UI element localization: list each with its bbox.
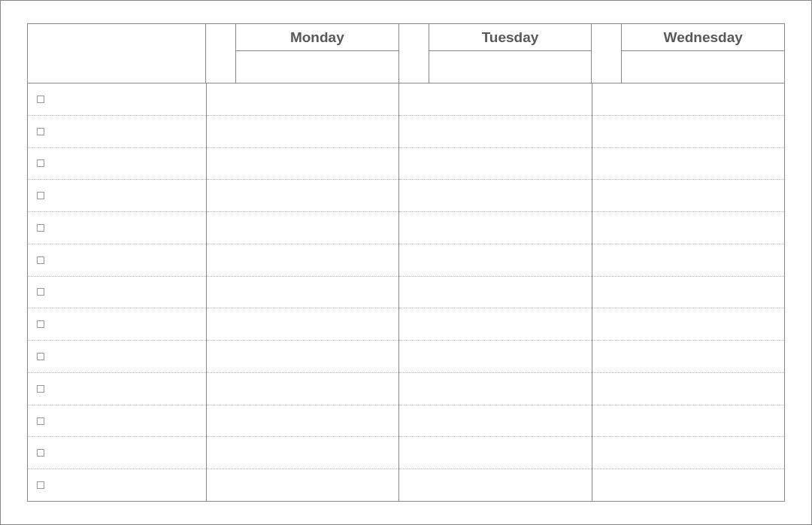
day-cell[interactable] <box>592 405 784 438</box>
header-day-monday: Monday <box>235 24 398 83</box>
tasks-column <box>28 83 206 501</box>
checkbox-icon[interactable] <box>37 159 44 167</box>
header-day-wednesday: Wednesday <box>621 24 785 83</box>
day-cell[interactable] <box>399 148 591 181</box>
task-row[interactable] <box>28 116 206 148</box>
planner-sheet: Monday Tuesday Wednesday <box>27 23 785 502</box>
task-row[interactable] <box>28 405 206 438</box>
day-cell[interactable] <box>399 83 591 116</box>
day-cell[interactable] <box>399 277 591 309</box>
wednesday-column <box>592 83 784 501</box>
day-cell[interactable] <box>207 83 398 116</box>
day-cell[interactable] <box>207 469 398 501</box>
day-cell[interactable] <box>592 341 784 373</box>
monday-column <box>206 83 398 501</box>
day-cell[interactable] <box>592 212 784 244</box>
day-cell[interactable] <box>207 212 398 244</box>
checkbox-icon[interactable] <box>37 320 44 328</box>
day-cell[interactable] <box>592 277 784 309</box>
tuesday-rows <box>399 83 591 501</box>
task-row[interactable] <box>28 244 206 277</box>
header-row: Monday Tuesday Wednesday <box>27 23 785 83</box>
task-row[interactable] <box>28 341 206 373</box>
checkbox-icon[interactable] <box>37 417 44 425</box>
header-blank-tasks <box>27 24 205 83</box>
day-cell[interactable] <box>399 244 591 277</box>
day-cell[interactable] <box>592 373 784 405</box>
task-row[interactable] <box>28 212 206 244</box>
day-cell[interactable] <box>399 405 591 438</box>
day-cell[interactable] <box>207 341 398 373</box>
day-cell[interactable] <box>399 212 591 244</box>
header-blank-spacer-2 <box>398 24 429 83</box>
monday-rows <box>207 83 398 501</box>
day-cell[interactable] <box>207 437 398 469</box>
task-row[interactable] <box>28 277 206 309</box>
day-label-wednesday: Wednesday <box>622 24 784 51</box>
checkbox-icon[interactable] <box>37 256 44 264</box>
day-cell[interactable] <box>207 244 398 277</box>
task-row[interactable] <box>28 469 206 501</box>
checkbox-icon[interactable] <box>37 449 44 457</box>
day-cell[interactable] <box>399 341 591 373</box>
task-row[interactable] <box>28 308 206 341</box>
checkbox-icon[interactable] <box>37 353 44 360</box>
day-cell[interactable] <box>207 308 398 341</box>
day-cell[interactable] <box>399 469 591 501</box>
day-cell[interactable] <box>592 148 784 181</box>
day-cell[interactable] <box>399 180 591 212</box>
header-day-tuesday: Tuesday <box>429 24 592 83</box>
day-cell[interactable] <box>592 83 784 116</box>
task-row[interactable] <box>28 373 206 405</box>
wednesday-rows <box>592 83 784 501</box>
day-cell[interactable] <box>592 244 784 277</box>
day-cell[interactable] <box>399 116 591 148</box>
day-cell[interactable] <box>399 308 591 341</box>
tuesday-column <box>398 83 591 501</box>
day-subcell-wednesday[interactable] <box>622 51 784 83</box>
day-cell[interactable] <box>592 180 784 212</box>
day-label-tuesday: Tuesday <box>429 24 592 51</box>
day-cell[interactable] <box>207 373 398 405</box>
day-cell[interactable] <box>592 437 784 469</box>
task-row[interactable] <box>28 437 206 469</box>
body-grid <box>27 83 785 502</box>
day-subcell-monday[interactable] <box>236 51 398 83</box>
day-cell[interactable] <box>207 180 398 212</box>
day-cell[interactable] <box>207 116 398 148</box>
day-cell[interactable] <box>592 116 784 148</box>
checkbox-icon[interactable] <box>37 128 44 135</box>
checkbox-icon[interactable] <box>37 288 44 296</box>
day-cell[interactable] <box>399 437 591 469</box>
day-cell[interactable] <box>592 469 784 501</box>
day-cell[interactable] <box>207 405 398 438</box>
day-subcell-tuesday[interactable] <box>429 51 592 83</box>
header-blank-spacer-1 <box>205 24 235 83</box>
checkbox-icon[interactable] <box>37 385 44 393</box>
day-cell[interactable] <box>207 148 398 181</box>
day-cell[interactable] <box>207 277 398 309</box>
task-row[interactable] <box>28 83 206 116</box>
checkbox-icon[interactable] <box>37 481 44 489</box>
tasks-rows <box>28 83 206 501</box>
checkbox-icon[interactable] <box>37 224 44 232</box>
checkbox-icon[interactable] <box>37 96 44 103</box>
day-cell[interactable] <box>399 373 591 405</box>
checkbox-icon[interactable] <box>37 192 44 199</box>
task-row[interactable] <box>28 148 206 181</box>
day-label-monday: Monday <box>236 24 398 51</box>
day-cell[interactable] <box>592 308 784 341</box>
header-blank-spacer-3 <box>591 24 621 83</box>
task-row[interactable] <box>28 180 206 212</box>
